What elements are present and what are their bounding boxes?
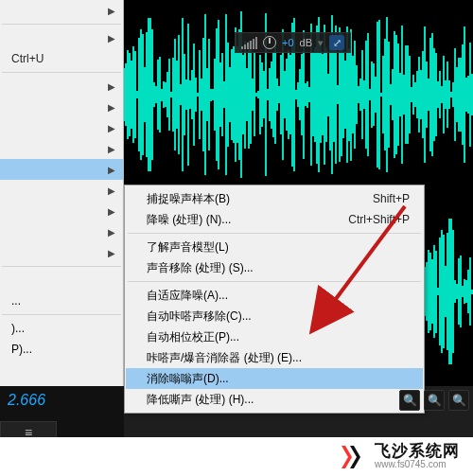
submenu-item-dehummer[interactable]: 消除嗡嗡声(D)... — [126, 368, 423, 389]
menu-item[interactable]: P)... — [0, 339, 123, 360]
menu-shortcut: Ctrl+U — [11, 52, 44, 65]
menu-item[interactable] — [0, 270, 123, 291]
submenu-item-denoise-process[interactable]: 降噪 (处理) (N)...Ctrl+Shift+P — [126, 209, 423, 230]
zoom-icon[interactable]: 🔍 — [448, 390, 469, 411]
watermark: 飞沙系统网 www.fs0745.com — [0, 437, 473, 476]
noise-reduction-submenu: 捕捉噪声样本(B)Shift+P 降噪 (处理) (N)...Ctrl+Shif… — [124, 185, 425, 414]
waveform-panel-lower[interactable] — [424, 189, 473, 386]
submenu-item-adaptive-denoise[interactable]: 自适应降噪(A)... — [126, 285, 423, 306]
menu-item[interactable]: Ctrl+U — [0, 48, 123, 69]
watermark-flag-icon — [339, 444, 365, 470]
watermark-url: www.fs0745.com — [375, 460, 460, 470]
submenu-item-sound-removal[interactable]: 声音移除 (处理) (S)... — [126, 257, 423, 278]
primary-context-menu: ▶ ▶ Ctrl+U ▶ ▶ ▶ ▶ ▶ ▶ ▶ ▶ ▶ ... )... P)… — [0, 0, 124, 386]
menu-item[interactable]: ▶ — [0, 138, 123, 159]
zoom-out-icon[interactable]: 🔍 — [424, 390, 445, 411]
submenu-item-auto-click-removal[interactable]: 自动咔嗒声移除(C)... — [126, 306, 423, 326]
menu-item-noise-reduction[interactable]: ▶ — [0, 159, 123, 180]
clock-icon[interactable] — [263, 36, 276, 49]
menu-item[interactable]: ▶ — [0, 76, 123, 97]
menu-item[interactable]: ▶ — [0, 97, 123, 117]
waveform-panel[interactable] — [123, 0, 473, 189]
expand-icon[interactable]: ⤢ — [329, 35, 344, 50]
zoom-in-icon[interactable]: 🔍 — [399, 390, 420, 411]
db-unit: dB — [300, 37, 312, 48]
submenu-item-auto-phase-correct[interactable]: 自动相位校正(P)... — [126, 326, 423, 347]
menu-item[interactable]: ▶ — [0, 27, 123, 48]
submenu-item-hiss-reduction[interactable]: 降低嘶声 (处理) (H)... — [126, 389, 423, 410]
menu-item[interactable]: )... — [0, 318, 123, 339]
waveform-mini-toolbar: +0 dB ▾ ⤢ — [235, 32, 351, 53]
zoom-toolbar: 🔍 🔍 🔍 — [399, 390, 469, 413]
menu-item[interactable]: ... — [0, 291, 123, 311]
volume-meter-icon — [241, 37, 257, 49]
db-value[interactable]: +0 — [282, 37, 294, 48]
submenu-item-capture-noise[interactable]: 捕捉噪声样本(B)Shift+P — [126, 188, 423, 209]
submenu-item-learn-sound-model[interactable]: 了解声音模型(L) — [126, 237, 423, 257]
menu-item[interactable]: ▶ — [0, 221, 123, 242]
menu-item[interactable]: ▶ — [0, 242, 123, 263]
submenu-item-click-pop-eliminator[interactable]: 咔嗒声/爆音消除器 (处理) (E)... — [126, 347, 423, 368]
menu-item[interactable]: ▶ — [0, 0, 123, 21]
watermark-title: 飞沙系统网 — [375, 443, 460, 460]
menu-item[interactable]: ▶ — [0, 201, 123, 221]
menu-item[interactable]: ▶ — [0, 117, 123, 138]
menu-item[interactable]: ▶ — [0, 180, 123, 201]
